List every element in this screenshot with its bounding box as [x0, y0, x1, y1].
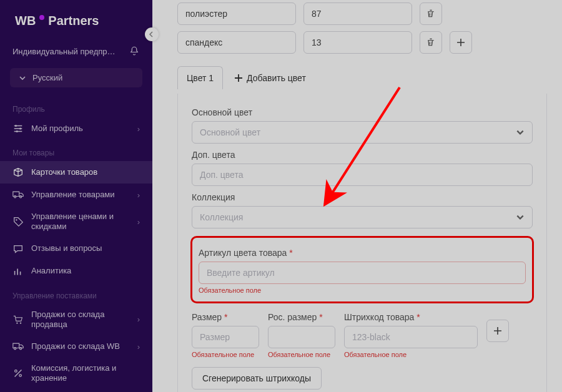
- nav-commission[interactable]: Комиссия, логистика и хранение: [0, 358, 152, 390]
- trash-icon: [426, 37, 436, 47]
- user-row[interactable]: Индивидуальный предпр…: [0, 39, 152, 63]
- nav-warehouses[interactable]: Адреса складов: [0, 390, 152, 393]
- chevron-right-icon: ›: [137, 315, 140, 324]
- size-label: Размер *: [192, 312, 259, 322]
- svg-point-5: [16, 219, 17, 220]
- svg-point-4: [19, 196, 21, 198]
- chevron-right-icon: ›: [137, 342, 140, 351]
- nav-label: Продажи со склада продавца: [31, 310, 130, 330]
- chat-icon: [12, 243, 24, 255]
- delete-composition-button[interactable]: [420, 31, 442, 54]
- collection-label: Коллекция: [192, 192, 533, 202]
- nav-analytics[interactable]: Аналитика: [0, 260, 152, 283]
- user-name: Индивидуальный предпр…: [12, 47, 116, 56]
- language-selector[interactable]: Русский: [10, 68, 142, 87]
- language-label: Русский: [32, 73, 62, 82]
- nav-label: Управление товарами: [31, 190, 130, 200]
- nav-label: Управление ценами и скидками: [31, 212, 130, 232]
- section-supply: Управление поставками: [0, 283, 152, 304]
- tag-icon: [12, 216, 24, 227]
- logo-wb: WB: [15, 14, 36, 28]
- nav-label: Отзывы и вопросы: [31, 243, 140, 253]
- trash-icon: [426, 9, 436, 19]
- nav-product-cards[interactable]: Карточки товаров: [0, 161, 152, 184]
- truck-icon: [12, 189, 24, 200]
- nav-label: Комиссия, логистика и хранение: [31, 363, 140, 384]
- svg-point-9: [19, 348, 21, 350]
- svg-point-2: [16, 130, 18, 132]
- generate-barcodes-button[interactable]: Сгенерировать штрихкоды: [192, 367, 322, 390]
- chevron-down-icon: [19, 74, 26, 82]
- plus-icon: [456, 38, 465, 47]
- add-color-label: Добавить цвет: [247, 73, 306, 83]
- composition-row: [177, 2, 547, 25]
- color-panel: Основной цвет Основной цвет Доп. цвета Д…: [177, 94, 547, 392]
- extra-colors-select[interactable]: Доп. цвета: [192, 164, 533, 186]
- main-color-label: Основной цвет: [192, 107, 533, 117]
- sku-error: Обязательное поле: [199, 287, 526, 294]
- truck-icon: [12, 341, 24, 352]
- barcode-error: Обязательное поле: [344, 351, 478, 358]
- nav-label: Карточки товаров: [31, 167, 140, 177]
- nav-sales-wb[interactable]: Продажи со склада WB ›: [0, 335, 152, 358]
- box-icon: [12, 167, 24, 178]
- nav-sales-seller[interactable]: Продажи со склада продавца ›: [0, 304, 152, 336]
- nav-label: Аналитика: [31, 266, 140, 276]
- collapse-sidebar-button[interactable]: [145, 27, 159, 41]
- composition-row: [177, 31, 547, 54]
- barcode-input[interactable]: [344, 326, 478, 348]
- nav-label: Мой профиль: [31, 124, 130, 134]
- add-color-tab[interactable]: Добавить цвет: [234, 73, 306, 83]
- nav-label: Продажи со склада WB: [31, 341, 130, 351]
- main-content: Цвет 1 Добавить цвет Основной цвет Основ…: [152, 0, 562, 392]
- section-goods: Мои товары: [0, 140, 152, 161]
- chevron-right-icon: ›: [137, 217, 140, 227]
- plus-icon: [493, 326, 502, 335]
- cart-icon: [12, 314, 24, 325]
- chart-icon: [12, 266, 24, 277]
- delete-composition-button[interactable]: [420, 2, 442, 25]
- logo-dot-icon: [39, 15, 44, 20]
- svg-point-8: [14, 348, 16, 350]
- percent-icon: [12, 368, 24, 379]
- nav-price-management[interactable]: Управление ценами и скидками ›: [0, 206, 152, 238]
- nav-goods-management[interactable]: Управление товарами ›: [0, 184, 152, 206]
- logo-partners: Partners: [48, 14, 99, 28]
- plus-icon: [234, 74, 243, 82]
- size-row: Размер * Обязательное поле Рос. размер *…: [192, 306, 533, 358]
- composition-name-input[interactable]: [177, 2, 296, 25]
- add-size-button[interactable]: [486, 320, 509, 342]
- size-error: Обязательное поле: [192, 351, 259, 358]
- composition-value-input[interactable]: [303, 31, 412, 54]
- main-color-placeholder: Основной цвет: [200, 127, 260, 137]
- logo: WB Partners: [0, 0, 152, 39]
- add-composition-button[interactable]: [450, 31, 472, 54]
- chevron-right-icon: ›: [137, 124, 140, 134]
- sku-input[interactable]: [199, 262, 526, 284]
- rus-size-label: Рос. размер *: [268, 312, 335, 322]
- section-profile: Профиль: [0, 96, 152, 117]
- rus-size-input[interactable]: [268, 326, 335, 348]
- tab-color-1[interactable]: Цвет 1: [177, 66, 223, 89]
- chevron-down-icon: [516, 128, 525, 137]
- extra-colors-label: Доп. цвета: [192, 150, 533, 160]
- main-color-select[interactable]: Основной цвет: [192, 121, 533, 144]
- barcode-label: Штрихкод товара *: [344, 312, 478, 322]
- nav-reviews[interactable]: Отзывы и вопросы: [0, 238, 152, 260]
- chevron-right-icon: ›: [137, 190, 140, 200]
- color-tabs: Цвет 1 Добавить цвет: [177, 66, 547, 89]
- chevron-down-icon: [516, 213, 525, 222]
- svg-point-11: [19, 375, 22, 377]
- collection-select[interactable]: Коллекция: [192, 206, 533, 228]
- composition-name-input[interactable]: [177, 31, 296, 54]
- sku-label: Артикул цвета товара *: [199, 248, 526, 258]
- bell-icon[interactable]: [129, 46, 140, 57]
- chevron-left-icon: [149, 31, 155, 37]
- svg-point-1: [19, 127, 21, 129]
- rus-size-error: Обязательное поле: [268, 351, 335, 358]
- nav-my-profile[interactable]: Мой профиль ›: [0, 117, 152, 140]
- svg-point-6: [16, 322, 17, 323]
- composition-value-input[interactable]: [303, 2, 412, 25]
- svg-point-3: [14, 196, 16, 198]
- size-input[interactable]: [192, 326, 259, 348]
